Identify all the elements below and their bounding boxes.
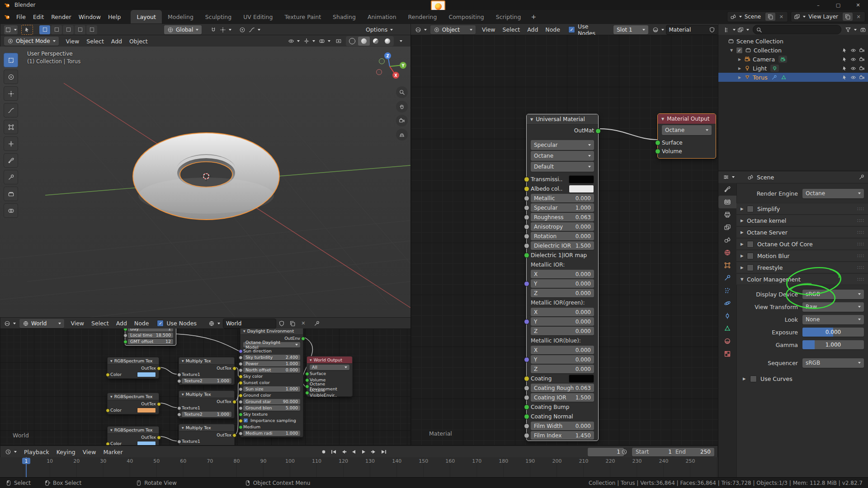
camera-vis-toggle[interactable] (859, 56, 865, 62)
node-slider-z[interactable]: Z0.000 (531, 365, 594, 373)
tool-rotate-button[interactable] (4, 103, 18, 117)
tool-measure-button[interactable] (4, 170, 18, 184)
node-socket-in[interactable] (524, 196, 529, 201)
drag-handle-icon[interactable]: ∷∷ (857, 277, 864, 282)
world-editor-type-dropdown[interactable] (3, 319, 17, 328)
jump-start-button[interactable] (329, 448, 338, 456)
timeline-menu-keying[interactable]: Keying (53, 447, 79, 457)
node-slider-ground-star[interactable]: Ground star90.000 (243, 399, 300, 405)
expand-icon[interactable]: ▶ (741, 206, 747, 211)
section-simplify[interactable]: ▶Simplify∷∷ (736, 203, 868, 215)
frame-end-field[interactable]: End250 (672, 448, 714, 456)
node-socket-in[interactable] (177, 379, 181, 383)
tool-add-cube-button[interactable] (4, 187, 18, 201)
expand-icon[interactable]: ▶ (743, 376, 750, 381)
properties-tab-scene[interactable] (718, 234, 736, 246)
node-socket-in[interactable] (524, 357, 529, 362)
camera-vis-toggle[interactable] (859, 75, 865, 80)
shader-menu-add[interactable]: Add (524, 25, 542, 35)
node-socket-in[interactable] (305, 385, 309, 389)
node-socket-in[interactable] (524, 433, 529, 438)
select-invert-button[interactable] (75, 25, 85, 34)
node-socket-out[interactable] (232, 433, 236, 437)
node-socket-in[interactable] (177, 406, 181, 410)
snap-magnet-toggle[interactable] (208, 25, 219, 34)
collapse-icon[interactable]: ▼ (661, 117, 664, 121)
scene-unlink-button[interactable]: ✕ (776, 13, 786, 21)
node-slider-sun-size[interactable]: Sun size1.000 (243, 386, 300, 392)
properties-tab-view-layer[interactable] (718, 221, 736, 234)
look-dropdown[interactable]: None (802, 315, 864, 324)
node-socket-in[interactable] (239, 394, 243, 398)
shader-menu-view[interactable]: View (478, 25, 499, 35)
timeline-ruler[interactable]: 1020304050607080901001101201301401501601… (0, 457, 718, 478)
properties-tab-modifiers[interactable] (718, 272, 736, 284)
workspace-tab-rendering[interactable]: Rendering (402, 10, 443, 23)
eye-toggle[interactable] (850, 75, 856, 80)
color-swatch-color[interactable] (137, 372, 156, 377)
node-slider-medium-radi[interactable]: Medium radi1.000 (243, 431, 300, 436)
color-swatch-coating[interactable] (569, 375, 594, 383)
drag-handle-icon[interactable]: ∷∷ (857, 218, 864, 224)
node-socket-in[interactable] (239, 349, 243, 353)
expand-icon[interactable]: ▶ (741, 265, 747, 270)
node-socket-out[interactable] (232, 366, 236, 371)
section-octane-kernel[interactable]: ▶Octane kernel∷∷ (736, 215, 868, 226)
camera-vis-toggle[interactable] (859, 66, 865, 71)
perspective-toggle-button[interactable] (396, 129, 408, 141)
world-name-field[interactable]: World (223, 319, 276, 328)
collapse-icon[interactable]: ▼ (243, 329, 245, 333)
node-slider-metallic[interactable]: Metallic0.000 (531, 194, 594, 202)
view-layer-selector[interactable]: View Layer ✕ (791, 11, 865, 22)
shading-wireframe-button[interactable] (346, 37, 358, 46)
node-socket-in[interactable] (239, 362, 243, 366)
proportional-editing-toggle[interactable] (237, 25, 248, 34)
expand-icon[interactable]: ▶ (741, 253, 747, 258)
node-socket-in[interactable] (524, 281, 529, 286)
close-button[interactable]: ✕ (848, 0, 868, 10)
node-slider-north-offset[interactable]: North offset0.000 (243, 367, 300, 373)
collapse-icon[interactable]: ▼ (310, 358, 312, 361)
add-workspace-button[interactable]: + (527, 10, 540, 23)
collapse-icon[interactable]: ▼ (182, 426, 184, 429)
node-socket-in[interactable] (239, 406, 243, 410)
node-socket-in[interactable] (106, 408, 110, 413)
exposure-slider[interactable]: 0.000 (802, 328, 864, 337)
use-curves-row[interactable]: ▶Use Curves (736, 373, 868, 385)
view-layer-copy-button[interactable] (843, 13, 853, 21)
outliner-row-scene-collection[interactable]: Scene Collection (718, 37, 868, 46)
node-header-daylight-environment[interactable]: ▼Daylight Environment (241, 328, 303, 335)
color-swatch-color[interactable] (137, 441, 156, 445)
checkbox-importance-sampling[interactable]: ✓ (243, 418, 248, 423)
workspace-tab-scripting[interactable]: Scripting (490, 10, 527, 23)
node-socket-in[interactable] (106, 442, 110, 445)
topbar-menu-edit[interactable]: Edit (29, 12, 47, 22)
section-color-management[interactable]: ▼Color Management∷∷ (736, 273, 868, 285)
overlays-dropdown[interactable] (318, 37, 331, 46)
topbar-menu-help[interactable]: Help (104, 12, 125, 22)
node-socket-out[interactable] (157, 366, 161, 371)
world-menu-node[interactable]: Node (131, 319, 153, 328)
drag-handle-icon[interactable]: ∷∷ (857, 241, 864, 247)
eye-toggle[interactable] (850, 66, 856, 71)
workspace-tab-layout[interactable]: Layout (131, 10, 162, 23)
gizmo-y-neg[interactable] (379, 58, 385, 64)
drag-handle-icon[interactable]: ∷∷ (857, 230, 864, 235)
shader-menu-node[interactable]: Node (542, 25, 564, 35)
node-socket-in[interactable] (524, 385, 529, 391)
node-socket-in[interactable] (524, 395, 529, 400)
mode-dropdown[interactable]: Object Mode (4, 37, 59, 46)
material-slot-dropdown[interactable]: Slot 1 (613, 25, 648, 34)
tool-transform-button[interactable] (4, 136, 18, 151)
gizmo-y-axis[interactable]: Y (400, 62, 406, 69)
select-subtract-button[interactable] (63, 25, 74, 34)
gizmos-dropdown[interactable] (302, 37, 316, 46)
node-socket-in[interactable] (239, 400, 243, 404)
checkbox-simplify[interactable] (747, 206, 754, 212)
node-slider-roughness[interactable]: Roughness0.063 (531, 213, 594, 221)
editor-type-dropdown[interactable] (415, 25, 427, 34)
node-rgbspectrum-1[interactable]: ▼RGBSpectrum TexOutTexColor (107, 357, 159, 379)
outliner-search-text[interactable] (762, 26, 838, 33)
active-tool-button[interactable] (4, 25, 18, 34)
outliner-row-camera[interactable]: ▶Camera (718, 55, 868, 64)
